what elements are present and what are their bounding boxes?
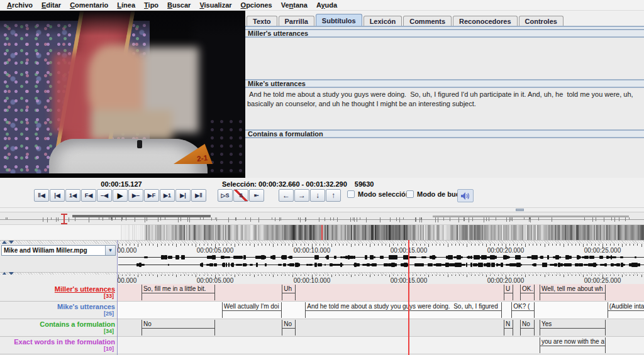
pixel-forward-button[interactable]: ▶– — [128, 189, 143, 202]
tab-comments[interactable]: Comments — [403, 16, 452, 26]
play-selection-button[interactable]: ▷S — [218, 189, 233, 202]
menu-comentario[interactable]: Comentario — [65, 1, 113, 9]
video-player[interactable]: 2-1 — [0, 11, 245, 178]
menu-editar[interactable]: Editar — [37, 1, 65, 9]
frame-forward-button[interactable]: ▶F — [144, 189, 159, 202]
selection-boundary-button[interactable]: ⇤ — [249, 189, 264, 202]
section-body-miller-s-utterances[interactable] — [245, 38, 644, 79]
tab-texto[interactable]: Texto — [247, 16, 277, 26]
menu-opciones[interactable]: Opciones — [236, 1, 277, 9]
tier-row-exact-words-in-the-formulation[interactable]: you are now with the a — [118, 337, 644, 354]
annotation-text: No — [143, 320, 214, 328]
annotation[interactable]: (Audible inta — [608, 302, 644, 318]
second-forward-button[interactable]: ▶1 — [160, 189, 175, 202]
checkbox-box[interactable] — [347, 190, 355, 198]
waveform-blob — [311, 264, 313, 266]
annotation-rows[interactable]: So, fill me in a little bit.UhUOK.Well, … — [118, 284, 644, 355]
panel-top-edge — [245, 26, 644, 28]
previous-scrollview-button[interactable]: |◀ — [50, 189, 65, 202]
ruler-tick — [184, 275, 185, 276]
tab-parrilla[interactable]: Parrilla — [279, 16, 314, 26]
annotation-text: U — [506, 285, 512, 293]
volume-button[interactable] — [457, 189, 474, 202]
tier-down-button[interactable]: ↓ — [310, 189, 325, 202]
annotation[interactable]: Uh — [282, 285, 296, 300]
ruler-tick — [564, 244, 564, 247]
ruler-tick — [587, 275, 587, 276]
media-file-dropdown[interactable]: Mike and William Miller.mpg ▼ — [1, 245, 116, 256]
tier-label-miller-s-utterances[interactable]: Miller's utterances[33] — [0, 284, 118, 302]
timeline-ruler[interactable]: 00:00:00.00000:00:05.00000:00:10.00000:0… — [118, 275, 644, 284]
tier-label-mike-s-utterances[interactable]: Mike's utterances[25] — [0, 302, 118, 319]
menu-visualizar[interactable]: Visualizar — [195, 1, 236, 9]
annotation[interactable]: Well actually I'm doi — [222, 302, 282, 318]
overview-position-cursor[interactable] — [64, 214, 65, 224]
section-body-mike-s-utterances[interactable]: And he told me about a study you guys we… — [245, 88, 644, 129]
ruler-tick — [595, 275, 596, 276]
tier-row-miller-s-utterances[interactable]: So, fill me in a little bit.UhUOK.Well, … — [118, 284, 644, 302]
waveform-blob — [559, 256, 561, 259]
tier-label-exact-words-in-the-formulation[interactable]: Exact words in the formulation[10] — [0, 337, 118, 354]
menu-buscar[interactable]: Buscar — [163, 1, 195, 9]
annotation[interactable]: So, fill me in a little bit. — [142, 285, 215, 300]
tab-reconocedores[interactable]: Reconocedores — [453, 16, 518, 26]
play-pause-button[interactable]: ▶ — [113, 189, 128, 202]
tier-row-contains-a-formulation[interactable]: NoNoNNoYes — [118, 319, 644, 337]
go-to-end-button[interactable]: ▶‖ — [191, 189, 206, 202]
annotation[interactable]: No — [520, 320, 535, 336]
overview-tick — [280, 217, 281, 221]
annotation[interactable]: And he told me about a study you guys we… — [305, 302, 502, 318]
menu-archivo[interactable]: Archivo — [3, 1, 37, 9]
tier-row-mike-s-utterances[interactable]: Well actually I'm doiAnd he told me abou… — [118, 302, 644, 319]
checkbox-modo-de-bucle[interactable]: Modo de bucle — [406, 190, 465, 198]
splitter-handle[interactable] — [516, 209, 524, 211]
annotation[interactable]: No — [142, 320, 215, 336]
annotation[interactable]: Yes — [540, 320, 606, 336]
chevron-down-icon[interactable]: ▼ — [105, 246, 115, 255]
next-scrollview-button[interactable]: ▶| — [175, 189, 191, 202]
tier-label-contains-a-formulation[interactable]: Contains a formulation[34] — [0, 319, 118, 337]
ruler-tick — [328, 244, 328, 246]
frame-backward-button[interactable]: F◀ — [81, 189, 96, 202]
section-body-contains-a-formulation[interactable] — [245, 138, 644, 178]
overview-tick — [438, 217, 438, 222]
second-backward-button[interactable]: 1◀ — [65, 189, 80, 202]
menu-tipo[interactable]: Tipo — [140, 1, 163, 9]
menu-ventana[interactable]: Ventana — [277, 1, 312, 9]
ruler-tick — [525, 244, 526, 247]
ruler-tick — [471, 275, 472, 276]
next-annotation-button[interactable]: → — [294, 189, 309, 202]
annotation[interactable]: OK. — [520, 285, 535, 300]
menu-ayuda[interactable]: Ayuda — [312, 1, 341, 9]
ruler-tick — [122, 275, 123, 276]
tier-up-button[interactable]: ↑ — [326, 189, 341, 202]
checkbox-box[interactable] — [406, 190, 414, 198]
go-to-begin-button[interactable]: ‖◀ — [34, 189, 49, 202]
waveform-blob — [466, 263, 467, 267]
ruler-tick — [142, 275, 142, 276]
playhead-crosshair[interactable] — [408, 240, 409, 355]
waveform-blob — [353, 264, 357, 265]
menu-linea[interactable]: Línea — [113, 1, 140, 9]
tab-subtitulos[interactable]: Subtítulos — [316, 14, 362, 26]
ruler-tick — [575, 244, 576, 246]
pixel-backward-button[interactable]: –◀ — [97, 189, 112, 202]
waveform-blob — [540, 256, 541, 259]
overview-density-bar[interactable] — [0, 212, 644, 225]
annotation[interactable]: OK? ( — [511, 302, 535, 318]
horizontal-splitter[interactable] — [0, 207, 644, 212]
checkbox-modo-seleccion[interactable]: Modo selección — [347, 190, 410, 198]
annotation[interactable]: U — [504, 285, 513, 300]
tab-lexicon[interactable]: Lexicón — [364, 16, 402, 26]
ruler-tick — [502, 275, 502, 276]
annotation[interactable]: No — [282, 320, 296, 336]
annotation[interactable]: N — [504, 320, 513, 336]
tab-controles[interactable]: Controles — [519, 16, 564, 26]
ruler-tick — [231, 275, 231, 276]
annotation[interactable]: Well, tell me about wh — [540, 285, 606, 300]
clear-selection-button[interactable]: S — [233, 189, 248, 202]
annotation[interactable]: you are now with the a — [540, 337, 606, 353]
waveform-viewer[interactable]: 00:00:00.00000:00:05.00000:00:10.00000:0… — [118, 244, 644, 272]
previous-annotation-button[interactable]: ← — [279, 189, 294, 202]
overview-tick — [109, 217, 109, 219]
